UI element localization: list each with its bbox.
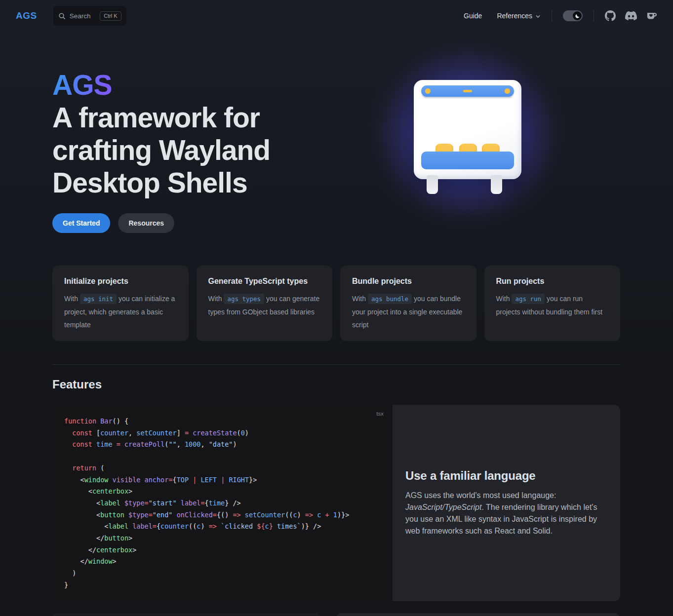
- feature-card-description: With ags bundle you can bundle your proj…: [352, 292, 465, 331]
- inline-code: ags types: [224, 294, 264, 304]
- feature-card: Bundle projectsWith ags bundle you can b…: [340, 266, 476, 341]
- hero-tagline: A framework for crafting Wayland Desktop…: [52, 101, 270, 199]
- discord-icon[interactable]: [625, 10, 637, 22]
- navbar: AGS Search Ctrl K Guide References: [0, 0, 673, 32]
- code-line: </window>: [64, 556, 381, 568]
- code-line: ): [64, 568, 381, 579]
- moon-icon: [575, 13, 580, 19]
- chevron-down-icon: [535, 14, 541, 19]
- code-line: [64, 451, 381, 462]
- search-shortcut-badge: Ctrl K: [100, 11, 121, 21]
- illustration-top-bar: [421, 85, 514, 97]
- code-line: <window visible anchor={TOP | LEFT | RIG…: [64, 474, 381, 486]
- nav-divider: [552, 10, 552, 22]
- illustration-dot: [425, 88, 431, 94]
- social-links: [605, 10, 658, 22]
- feature-card-title: Generate TypeScript types: [208, 277, 321, 286]
- code-language-tag: tsx: [376, 411, 384, 417]
- next-feature-panel-cutoff-right: [336, 613, 620, 616]
- feature-card-title: Initialize projects: [64, 277, 177, 286]
- feature-card: Generate TypeScript typesWith ags types …: [197, 266, 333, 341]
- illustration-leg: [491, 175, 502, 194]
- feature-card-title: Run projects: [496, 277, 609, 286]
- inline-code: ags bundle: [368, 294, 412, 304]
- code-line: return (: [64, 462, 381, 474]
- resources-button[interactable]: Resources: [118, 213, 174, 233]
- illustration-dash: [463, 90, 472, 92]
- feature-card-title: Bundle projects: [352, 277, 465, 286]
- feature-card: Run projectsWith ags run you can run pro…: [484, 266, 621, 341]
- code-line: <centerbox>: [64, 486, 381, 498]
- code-line: </button>: [64, 533, 381, 544]
- get-started-button[interactable]: Get Started: [52, 213, 110, 233]
- features-heading: Features: [52, 378, 102, 391]
- code-block: tsx function Bar() { const [counter, set…: [52, 405, 393, 601]
- theme-toggle-knob: [573, 11, 582, 20]
- nav-divider: [594, 10, 594, 22]
- code-line: const time = createPoll("", 1000, "date"…: [64, 439, 381, 451]
- search-icon: [58, 12, 66, 20]
- feature-card: Initialize projectsWith ags init you can…: [52, 266, 189, 341]
- code-line: <label $type="start" label={time} />: [64, 498, 381, 509]
- feature-panel-heading: Use a familiar language: [405, 469, 603, 483]
- italic-text: JavaScript/TypeScript: [405, 503, 481, 511]
- code-line: function Bar() {: [64, 416, 381, 427]
- kofi-icon[interactable]: [646, 10, 658, 22]
- feature-panel: tsx function Bar() { const [counter, set…: [52, 405, 620, 601]
- site-logo[interactable]: AGS: [16, 10, 37, 21]
- feature-card-description: With ags init you can initialize a proje…: [64, 292, 177, 331]
- feature-card-description: With ags run you can run projects withou…: [496, 292, 609, 318]
- search-button[interactable]: Search Ctrl K: [53, 6, 126, 26]
- nav-link-references[interactable]: References: [497, 12, 541, 20]
- code-line: const [counter, setCounter] = createStat…: [64, 427, 381, 439]
- code-line: }: [64, 579, 381, 591]
- next-feature-panel-cutoff-left: [52, 613, 321, 616]
- feature-cards: Initialize projectsWith ags init you can…: [52, 266, 620, 341]
- illustration-dot: [505, 88, 510, 94]
- github-icon[interactable]: [605, 10, 616, 21]
- inline-code: ags init: [80, 294, 117, 304]
- theme-toggle[interactable]: [563, 10, 583, 21]
- illustration-bottom-bar: [421, 152, 514, 169]
- search-label: Search: [70, 12, 91, 20]
- feature-description-panel: Use a familiar language AGS uses the wor…: [393, 405, 620, 601]
- section-divider: [52, 364, 620, 365]
- illustration-leg: [427, 175, 438, 194]
- code-line: <label label={counter((c) => `clicked ${…: [64, 521, 381, 533]
- feature-card-description: With ags types you can generate types fr…: [208, 292, 321, 318]
- nav-link-references-label: References: [497, 12, 532, 20]
- feature-panel-paragraph: AGS uses the world's most used langauge:…: [405, 490, 603, 537]
- code-line: <button $type="end" onClicked={() => set…: [64, 509, 381, 521]
- code-lines: function Bar() { const [counter, setCoun…: [64, 416, 381, 591]
- code-line: </centerbox>: [64, 544, 381, 556]
- ags-landing-page: AGS Search Ctrl K Guide References: [0, 0, 673, 616]
- hero-illustration: [414, 80, 521, 179]
- hero-title: AGS: [52, 69, 112, 101]
- inline-code: ags run: [512, 294, 545, 304]
- hero-actions: Get Started Resources: [52, 213, 174, 233]
